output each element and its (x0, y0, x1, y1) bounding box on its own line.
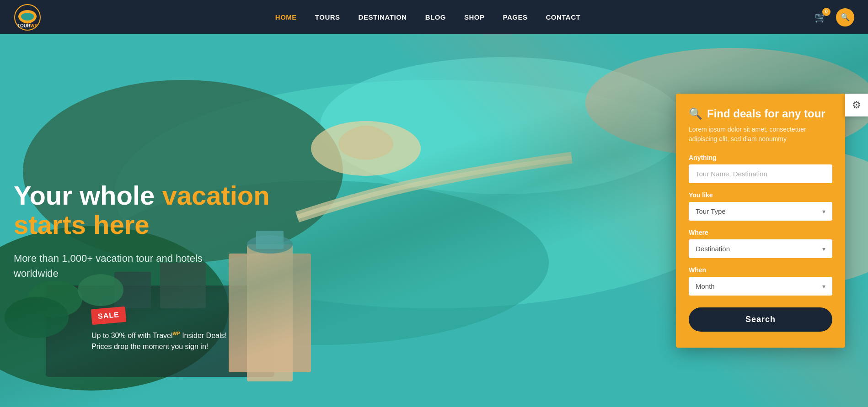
hero-content: Your whole vacation starts here More tha… (14, 181, 311, 281)
nav-link-home[interactable]: HOME (275, 13, 297, 21)
sale-badge: SALE (91, 306, 126, 324)
search-panel-description: Lorem ipsum dolor sit amet, consectetuer… (689, 125, 832, 144)
nav-item-pages[interactable]: PAGES (503, 13, 528, 21)
destination-select-wrap: DestinationDubaiParisNew YorkTokyoLondon… (689, 239, 832, 258)
nav-link-shop[interactable]: SHOP (464, 13, 485, 21)
search-panel-title: 🔍 Find deals for any tour (689, 107, 832, 120)
svg-text:TOUR: TOUR (17, 23, 31, 28)
headline-part1: Your whole (14, 180, 162, 210)
nav-link-contact[interactable]: CONTACT (546, 13, 580, 21)
nav-item-tours[interactable]: TOURS (315, 13, 340, 21)
svg-point-21 (27, 281, 82, 317)
search-submit-button[interactable]: Search (689, 307, 832, 332)
settings-widget[interactable]: ⚙ (845, 94, 868, 116)
svg-text:WP: WP (30, 23, 38, 28)
cart-count: 0 (822, 8, 830, 16)
anything-group: Anything (689, 154, 832, 183)
sale-text: Up to 30% off with TravelWP Insider Deal… (91, 330, 227, 352)
nav-link-tours[interactable]: TOURS (315, 13, 340, 21)
search-panel: 🔍 Find deals for any tour Lorem ipsum do… (676, 94, 845, 348)
search-icon: 🔍 (841, 13, 850, 21)
hero-section: Your whole vacation starts here More tha… (0, 34, 868, 407)
gear-icon: ⚙ (852, 99, 861, 111)
site-header: TOUR WP HOMETOURSDESTINATIONBLOGSHOPPAGE… (0, 0, 868, 34)
nav-link-blog[interactable]: BLOG (425, 13, 446, 21)
month-group: When MonthJanuaryFebruaryMarchAprilMayJu… (689, 266, 832, 296)
anything-label: Anything (689, 154, 832, 161)
nav-item-home[interactable]: HOME (275, 13, 297, 21)
where-label: Where (689, 229, 832, 236)
nav-item-shop[interactable]: SHOP (464, 13, 485, 21)
hero-subtext: More than 1,000+ vacation tour and hotel… (14, 250, 242, 280)
destination-group: Where DestinationDubaiParisNew YorkTokyo… (689, 229, 832, 258)
logo[interactable]: TOUR WP (14, 4, 41, 31)
tour-type-group: You like Tour TypeAdventureCulturalEco T… (689, 191, 832, 221)
nav-item-destination[interactable]: DESTINATION (359, 13, 407, 21)
tour-type-select-wrap: Tour TypeAdventureCulturalEco ToursFamil… (689, 202, 832, 221)
tour-type-select[interactable]: Tour TypeAdventureCulturalEco ToursFamil… (689, 202, 832, 221)
anything-input[interactable] (689, 164, 832, 183)
nav-link-destination[interactable]: DESTINATION (359, 13, 407, 21)
header-right: 🛒 0 🔍 (814, 8, 854, 26)
nav-item-contact[interactable]: CONTACT (546, 13, 580, 21)
svg-point-23 (5, 297, 69, 338)
header-search-button[interactable]: 🔍 (836, 8, 854, 26)
search-panel-icon: 🔍 (689, 107, 702, 120)
destination-select[interactable]: DestinationDubaiParisNew YorkTokyoLondon (689, 239, 832, 258)
you-like-label: You like (689, 191, 832, 199)
hero-headline: Your whole vacation starts here (14, 181, 311, 239)
month-select-wrap: MonthJanuaryFebruaryMarchAprilMayJuneJul… (689, 277, 832, 296)
svg-point-13 (311, 121, 421, 176)
when-label: When (689, 266, 832, 274)
month-select[interactable]: MonthJanuaryFebruaryMarchAprilMayJuneJul… (689, 277, 832, 296)
nav-item-blog[interactable]: BLOG (425, 13, 446, 21)
svg-point-7 (320, 57, 686, 194)
nav-link-pages[interactable]: PAGES (503, 13, 528, 21)
cart-button[interactable]: 🛒 0 (814, 11, 827, 23)
sale-section: SALE Up to 30% off with TravelWP Insider… (91, 308, 227, 352)
main-nav: HOMETOURSDESTINATIONBLOGSHOPPAGESCONTACT (275, 13, 580, 21)
